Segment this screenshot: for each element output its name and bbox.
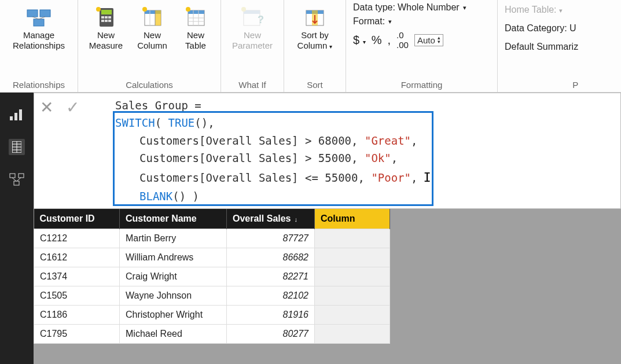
cell-overall-sales[interactable]: 82271	[227, 267, 315, 286]
cell-overall-sales[interactable]: 80277	[227, 325, 315, 344]
manage-relationships-button[interactable]: Manage Relationships	[5, 2, 73, 54]
svg-rect-6	[101, 10, 112, 14]
svg-rect-8	[105, 16, 108, 19]
calculations-group-label: Calculations	[83, 78, 216, 92]
sort-group-label: Sort	[289, 78, 341, 92]
svg-rect-43	[10, 174, 15, 178]
column-header-overall-sales[interactable]: Overall Sales↓	[227, 209, 315, 229]
cell-new-column[interactable]	[315, 229, 390, 248]
cell-customer-id[interactable]: C1505	[34, 286, 120, 306]
cell-new-column[interactable]	[315, 306, 390, 325]
cell-new-column[interactable]	[315, 267, 390, 286]
sort-icon	[304, 6, 326, 29]
percent-button[interactable]: %	[372, 34, 382, 47]
auto-decimals-field[interactable]: Auto ▴▾	[414, 34, 443, 46]
cell-customer-id[interactable]: C1186	[34, 306, 120, 325]
svg-line-4	[39, 17, 45, 19]
column-header-new-column[interactable]: Column	[315, 209, 390, 229]
table-row[interactable]: C1612William Andrews86682	[34, 248, 390, 267]
decimals-button[interactable]: .0.00	[396, 30, 409, 50]
cell-overall-sales[interactable]: 82102	[227, 286, 315, 306]
parameter-icon: ?	[241, 6, 263, 29]
formula-editor[interactable]: Sales Group = SWITCH( TRUE(), Customers[…	[109, 93, 620, 208]
cell-customer-name[interactable]: Martin Berry	[120, 229, 227, 248]
manage-relationships-label: Manage Relationships	[13, 30, 65, 51]
svg-rect-44	[19, 174, 24, 178]
sort-desc-icon: ↓	[295, 216, 298, 223]
relationships-icon	[26, 6, 52, 29]
data-category-dropdown[interactable]: Data Category: U	[505, 23, 578, 34]
svg-rect-1	[40, 10, 50, 17]
table-row[interactable]: C1795Michael Reed80277	[34, 325, 390, 344]
svg-point-30	[241, 7, 246, 12]
table-row[interactable]: C1505Wayne Johnson82102	[34, 286, 390, 306]
svg-line-47	[17, 178, 21, 181]
cell-customer-name[interactable]: Christopher Wright	[120, 306, 227, 325]
new-column-button[interactable]: New Column	[129, 2, 175, 54]
new-measure-label: New Measure	[89, 30, 123, 51]
chevron-down-icon: ▾	[559, 7, 563, 14]
chevron-down-icon: ▾	[329, 43, 332, 50]
format-dropdown[interactable]: Format: ▾	[353, 16, 490, 27]
svg-rect-10	[101, 20, 104, 22]
svg-rect-11	[105, 20, 108, 22]
svg-rect-7	[101, 16, 104, 19]
svg-rect-21	[188, 10, 204, 14]
data-type-value: Whole Number	[398, 2, 460, 13]
data-type-dropdown[interactable]: Data type: Whole Number ▾	[353, 2, 490, 13]
cell-customer-name[interactable]: Wayne Johnson	[120, 286, 227, 306]
currency-button[interactable]: $ ▾	[353, 34, 366, 47]
model-view-icon[interactable]	[9, 171, 25, 187]
column-header-customer-id[interactable]: Customer ID	[34, 209, 120, 229]
svg-line-3	[32, 17, 39, 19]
cell-customer-name[interactable]: Craig Wright	[120, 267, 227, 286]
comma-button[interactable]: ,	[387, 34, 391, 47]
cell-overall-sales[interactable]: 87727	[227, 229, 315, 248]
table-row[interactable]: C1374Craig Wright82271	[34, 267, 390, 286]
auto-value: Auto	[417, 35, 435, 45]
svg-rect-16	[155, 10, 161, 25]
svg-rect-0	[27, 10, 38, 17]
new-measure-button[interactable]: New Measure	[83, 2, 129, 54]
table-icon	[186, 6, 205, 29]
cell-overall-sales[interactable]: 81916	[227, 306, 315, 325]
cell-customer-name[interactable]: Michael Reed	[120, 325, 227, 344]
svg-rect-36	[19, 109, 22, 120]
svg-rect-2	[34, 19, 44, 26]
report-view-icon[interactable]	[9, 106, 25, 123]
svg-rect-34	[10, 116, 13, 120]
cell-overall-sales[interactable]: 86682	[227, 248, 315, 267]
data-view-icon[interactable]	[9, 139, 25, 155]
home-table-dropdown[interactable]: Home Table: ▾	[505, 5, 578, 15]
whatif-group-label: What If	[226, 78, 279, 92]
svg-text:?: ?	[258, 14, 263, 25]
default-summarization-dropdown[interactable]: Default Summariz	[505, 42, 578, 52]
new-table-button[interactable]: New Table	[175, 2, 216, 54]
commit-formula-button[interactable]: ✓	[66, 98, 79, 117]
cell-customer-id[interactable]: C1795	[34, 325, 120, 344]
sort-by-column-button[interactable]: Sort by Column ▾	[289, 2, 341, 54]
svg-line-46	[12, 178, 16, 181]
cell-customer-name[interactable]: William Andrews	[120, 248, 227, 267]
new-parameter-label: New Parameter	[232, 30, 273, 51]
formula-bar[interactable]: ✕ ✓ Sales Group = SWITCH( TRUE(), Custom…	[34, 93, 621, 209]
cell-customer-id[interactable]: C1212	[34, 229, 120, 248]
table-row[interactable]: C1212Martin Berry87727	[34, 229, 390, 248]
data-table[interactable]: Customer ID Customer Name Overall Sales↓…	[34, 209, 390, 344]
view-switcher	[0, 93, 34, 364]
formula-true: TRUE	[168, 116, 195, 129]
cell-customer-id[interactable]: C1374	[34, 267, 120, 286]
column-header-customer-name[interactable]: Customer Name	[120, 209, 227, 229]
formatting-group-label: Formatting	[353, 78, 490, 92]
cell-new-column[interactable]	[315, 325, 390, 344]
cell-new-column[interactable]	[315, 248, 390, 267]
cell-customer-id[interactable]: C1612	[34, 248, 120, 267]
format-label: Format:	[353, 16, 385, 27]
svg-point-13	[96, 7, 101, 12]
cancel-formula-button[interactable]: ✕	[40, 98, 53, 117]
chevron-down-icon: ▾	[388, 18, 392, 25]
svg-rect-12	[108, 20, 111, 22]
spinner-icon[interactable]: ▴▾	[438, 36, 440, 44]
table-row[interactable]: C1186Christopher Wright81916	[34, 306, 390, 325]
cell-new-column[interactable]	[315, 286, 390, 306]
